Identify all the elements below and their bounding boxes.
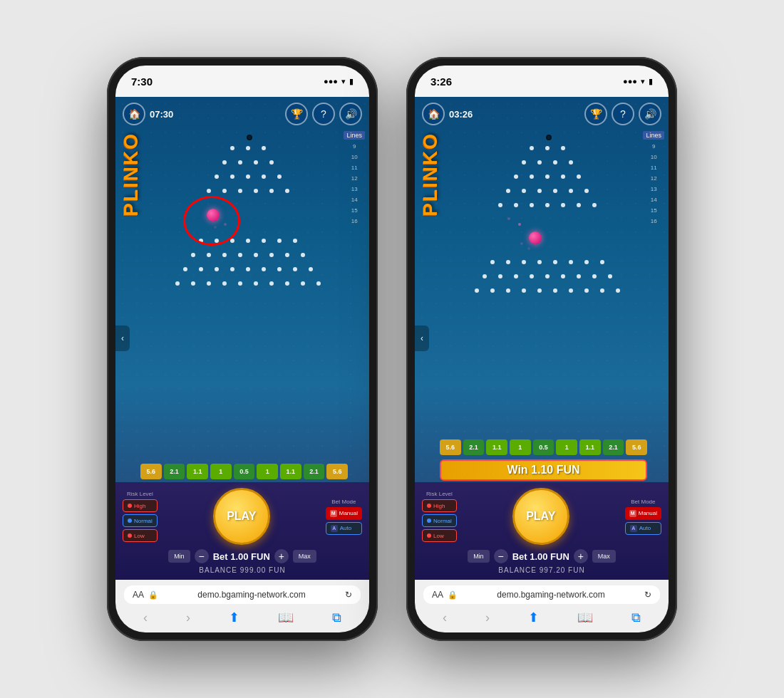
plinko-logo-left: PLINKO [120,132,143,217]
dot-row-4-left [144,189,351,193]
phone-right: 3:26 ●●● ▾ ▮ ‹ 🏠 03:26 🏆 ? 🔊 [406,57,677,641]
mult-1.1b-right: 1.1 [579,439,601,455]
nav-back-left[interactable]: ‹ [143,610,148,625]
reload-icon-right[interactable]: ↻ [644,590,651,600]
nav-share-right[interactable]: ⬆ [528,610,539,625]
url-bar-left[interactable]: AA 🔒 demo.bgaming-network.com ↻ [124,585,361,604]
dot-row-8-left [144,281,351,286]
dot-row-6-right [443,260,651,264]
nav-back-right[interactable]: ‹ [443,610,447,625]
risk-high-left[interactable]: High [123,499,158,512]
lines-9-right: 9 [652,142,655,152]
nav-forward-left[interactable]: › [186,610,190,625]
aa-text-left[interactable]: AA [133,590,144,600]
status-icons-left: ●●● ▾ ▮ [324,77,354,86]
bet-max-right[interactable]: Max [592,550,616,563]
wifi-icon-left: ▾ [341,77,346,86]
mult-2.1b-left: 2.1 [304,464,325,479]
risk-normal-left[interactable]: Normal [123,514,158,527]
mode-manual-right[interactable]: M Manual [625,507,661,520]
bet-minus-left[interactable]: − [195,549,209,563]
nav-tabs-right[interactable]: ⧉ [631,610,641,625]
mult-1a-right: 1 [510,439,531,455]
battery-icon-right: ▮ [649,77,653,86]
risk-panel-left: Risk Level High Normal Low [123,491,158,542]
risk-normal-dot-right [427,519,431,523]
reload-icon-left[interactable]: ↻ [345,590,352,600]
mode-auto-right[interactable]: A Auto [625,522,661,535]
status-bar-right: 3:26 ●●● ▾ ▮ [415,66,669,97]
side-arrow-left[interactable]: ‹ [115,325,130,351]
home-btn-left[interactable]: 🏠 [123,103,145,125]
risk-normal-label-right: Normal [433,518,452,524]
risk-low-dot-right [427,533,431,538]
trail-3-right [520,242,523,245]
dot-row-7-right [443,274,651,278]
wifi-icon-right: ▾ [641,77,645,86]
nav-bookmarks-right[interactable]: 📖 [577,610,593,625]
nav-bookmarks-left[interactable]: 📖 [278,610,294,625]
highlight-circle-left [183,196,240,246]
risk-low-left[interactable]: Low [123,529,158,542]
sound-btn-right[interactable]: 🔊 [639,103,661,125]
ball-right [529,231,542,244]
lines-10-left: 10 [351,152,358,162]
lines-14-right: 14 [651,195,657,205]
risk-low-right[interactable]: Low [422,529,457,542]
url-bar-right[interactable]: AA 🔒 demo.bgaming-network.com ↻ [423,585,660,604]
aa-text-right[interactable]: AA [432,590,443,600]
mult-5.6a-left: 5.6 [140,464,162,479]
trophy-btn-right[interactable]: 🏆 [584,103,607,125]
risk-low-label-left: Low [134,533,145,539]
bet-min-right[interactable]: Min [468,550,490,563]
risk-label-right: Risk Level [422,491,457,497]
bet-min-left[interactable]: Min [168,550,190,563]
risk-high-right[interactable]: High [422,499,457,512]
help-btn-right[interactable]: ? [612,103,634,125]
mode-manual-left[interactable]: M Manual [326,507,362,520]
risk-panel-right: Risk Level High Normal Low [422,491,457,542]
mode-m-icon-left: M [330,510,337,517]
game-area-right: ‹ 🏠 03:26 🏆 ? 🔊 PLINKO Lines 9 [415,97,669,580]
trail-4-right [527,247,530,250]
browser-bar-right: AA 🔒 demo.bgaming-network.com ↻ ‹ › ⬆ 📖 … [415,580,669,632]
play-btn-right[interactable]: PLAY [512,488,569,545]
dropper-dot-right [546,135,552,140]
play-btn-left[interactable]: PLAY [213,488,270,545]
trophy-btn-left[interactable]: 🏆 [285,103,308,125]
trail-1-right [518,223,521,226]
home-btn-right[interactable]: 🏠 [422,103,445,125]
mult-5.6b-left: 5.6 [326,464,348,479]
lines-11-right: 11 [651,163,657,173]
nav-forward-right[interactable]: › [485,610,490,625]
dot-row-5-right [443,203,651,207]
lines-15-left: 15 [351,206,358,216]
dot-row-5-left [144,239,351,243]
multiplier-row-right: 5.6 2.1 1.1 1 0.5 1 1.1 2.1 5.6 [415,437,669,458]
plinko-logo-right: PLINKO [419,132,442,217]
lines-16-right: 16 [651,217,657,226]
browser-nav-left: ‹ › ⬆ 📖 ⧉ [124,608,361,627]
bet-minus-right[interactable]: − [494,549,508,563]
sound-btn-left[interactable]: 🔊 [339,103,362,125]
mult-1b-right: 1 [556,439,577,455]
mode-m-icon-right: M [629,510,636,517]
help-btn-left[interactable]: ? [312,103,335,125]
lines-15-right: 15 [651,206,657,216]
dot-row-8-right [443,288,651,293]
balance-left: BALANCE 999.00 FUN [123,566,362,574]
nav-share-left[interactable]: ⬆ [229,610,239,625]
bet-plus-right[interactable]: + [574,549,588,563]
side-arrow-right[interactable]: ‹ [415,325,429,351]
mode-a-icon-right: A [630,525,637,532]
bet-plus-left[interactable]: + [274,549,289,563]
risk-normal-right[interactable]: Normal [422,514,457,527]
mult-2.1b-right: 2.1 [603,439,624,455]
bet-mode-label-left: Bet Mode [326,499,362,505]
mult-5.6a-right: 5.6 [440,439,461,455]
nav-tabs-left[interactable]: ⧉ [332,610,341,625]
mult-1a-left: 1 [210,464,232,479]
mode-auto-left[interactable]: A Auto [326,522,362,535]
bet-max-left[interactable]: Max [293,550,316,563]
lines-label-left: Lines [344,131,365,140]
